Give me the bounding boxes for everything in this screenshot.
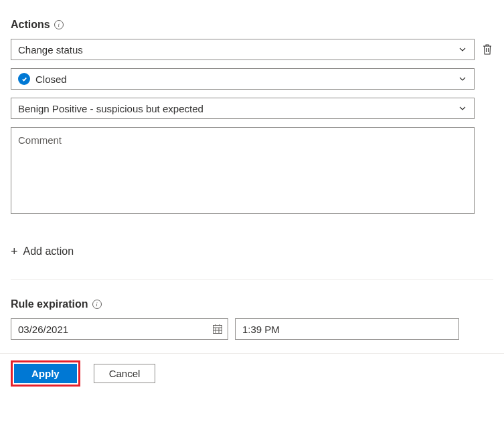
actions-section: Actions i Change status C xyxy=(11,19,493,260)
info-icon[interactable]: i xyxy=(54,20,64,29)
chevron-down-icon xyxy=(458,45,467,54)
apply-highlight: Apply xyxy=(11,360,80,387)
change-status-dropdown[interactable]: Change status xyxy=(11,39,475,60)
classification-value: Benign Positive - suspicious but expecte… xyxy=(18,103,203,114)
info-icon[interactable]: i xyxy=(92,300,102,309)
change-status-row: Change status xyxy=(11,39,493,60)
rule-expiration-label-text: Rule expiration xyxy=(11,298,88,310)
classification-row: Benign Positive - suspicious but expecte… xyxy=(11,98,475,119)
comment-input[interactable] xyxy=(11,127,475,214)
expiration-inputs xyxy=(11,318,493,340)
rule-expiration-label: Rule expiration i xyxy=(11,298,493,310)
check-circle-icon xyxy=(18,73,30,85)
plus-icon: + xyxy=(11,245,18,257)
status-value: Closed xyxy=(35,74,67,85)
status-dropdown[interactable]: Closed xyxy=(11,68,475,90)
chevron-down-icon xyxy=(458,104,467,113)
classification-dropdown[interactable]: Benign Positive - suspicious but expecte… xyxy=(11,98,475,119)
section-divider xyxy=(11,279,493,280)
footer: Apply Cancel xyxy=(11,354,493,393)
rule-expiration-section: Rule expiration i xyxy=(11,298,493,340)
add-action-label: Add action xyxy=(23,245,74,257)
delete-icon[interactable] xyxy=(481,43,493,56)
actions-label-text: Actions xyxy=(11,19,50,31)
apply-button[interactable]: Apply xyxy=(14,364,77,383)
time-input[interactable] xyxy=(235,318,459,340)
actions-label: Actions i xyxy=(11,19,493,31)
date-input-wrap xyxy=(11,318,228,340)
add-action-button[interactable]: + Add action xyxy=(11,243,493,260)
chevron-down-icon xyxy=(458,74,467,84)
status-row: Closed xyxy=(11,68,475,90)
date-input[interactable] xyxy=(11,318,228,340)
cancel-button[interactable]: Cancel xyxy=(94,364,156,383)
change-status-value: Change status xyxy=(18,44,83,56)
